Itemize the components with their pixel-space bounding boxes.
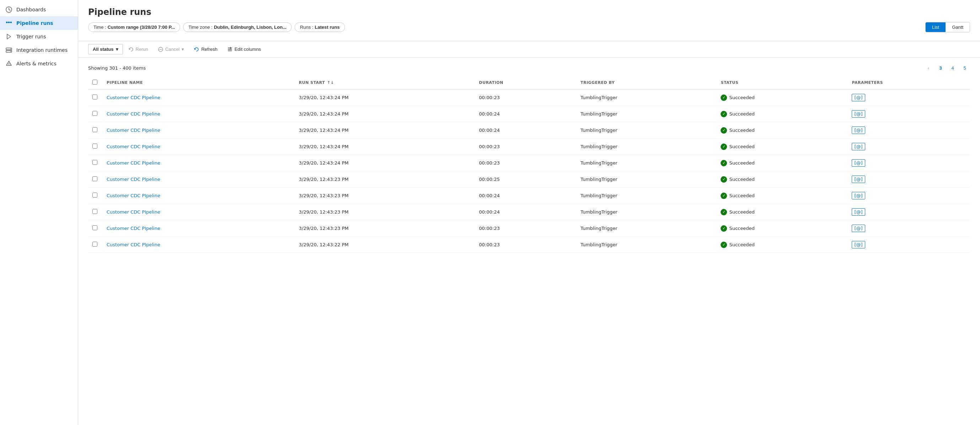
- sort-icon: ↑↓: [327, 80, 334, 85]
- th-status: STATUS: [716, 76, 848, 89]
- sidebar-item-label: Trigger runs: [16, 34, 46, 40]
- row-checkbox-cell: [88, 171, 102, 188]
- pipeline-link-7[interactable]: Customer CDC PIpeline: [107, 209, 160, 215]
- row-parameters: [@]: [848, 220, 970, 237]
- row-checkbox-9[interactable]: [92, 242, 97, 247]
- page-header: Pipeline runs Time : Custom range (3/28/…: [78, 0, 980, 41]
- row-duration: 00:00:24: [475, 188, 576, 204]
- sidebar-item-pipeline-runs[interactable]: Pipeline runs: [0, 16, 78, 30]
- row-checkbox-cell: [88, 106, 102, 122]
- row-checkbox-4[interactable]: [92, 160, 97, 165]
- edit-columns-button[interactable]: Edit columns: [223, 45, 265, 54]
- time-filter-pill[interactable]: Time : Custom range (3/28/20 7:00 P...: [88, 22, 180, 32]
- row-parameters: [@]: [848, 155, 970, 171]
- row-status: Succeeded: [716, 138, 848, 155]
- row-run-start: 3/29/20, 12:43:23 PM: [294, 188, 475, 204]
- params-icon-2[interactable]: [@]: [852, 126, 865, 134]
- sidebar-item-dashboards[interactable]: Dashboards: [0, 3, 78, 16]
- status-dropdown[interactable]: All status ▾: [88, 44, 123, 54]
- table-row: Customer CDC PIpeline 3/29/20, 12:43:22 …: [88, 237, 970, 253]
- page-4-button[interactable]: 4: [947, 62, 958, 73]
- params-icon-4[interactable]: [@]: [852, 159, 865, 167]
- row-duration: 00:00:23: [475, 89, 576, 106]
- page-3-button[interactable]: 3: [935, 62, 946, 73]
- th-pipeline-name: PIPELINE NAME: [102, 76, 294, 89]
- row-duration: 00:00:24: [475, 106, 576, 122]
- row-triggered-by: TumblingTrigger: [576, 106, 717, 122]
- pipeline-link-0[interactable]: Customer CDC PIpeline: [107, 95, 160, 100]
- sidebar-item-alerts-metrics[interactable]: Alerts & metrics: [0, 57, 78, 70]
- row-parameters: [@]: [848, 204, 970, 220]
- pipeline-link-9[interactable]: Customer CDC PIpeline: [107, 242, 160, 247]
- th-run-start[interactable]: RUN START ↑↓: [294, 76, 475, 89]
- row-run-start: 3/29/20, 12:43:23 PM: [294, 220, 475, 237]
- row-duration: 00:00:23: [475, 138, 576, 155]
- row-checkbox-8[interactable]: [92, 225, 97, 230]
- succeeded-check-icon: [721, 242, 727, 248]
- status-text: Succeeded: [729, 144, 754, 149]
- runs-filter-pill[interactable]: Runs : Latest runs: [294, 22, 345, 32]
- svg-point-12: [8, 65, 9, 65]
- row-parameters: [@]: [848, 171, 970, 188]
- row-duration: 00:00:25: [475, 171, 576, 188]
- edit-columns-icon: [228, 47, 232, 52]
- page-5-button[interactable]: 5: [959, 62, 970, 73]
- table-header-row: PIPELINE NAME RUN START ↑↓ DURATION TRIG…: [88, 76, 970, 89]
- params-icon-5[interactable]: [@]: [852, 175, 865, 183]
- svg-point-9: [10, 49, 11, 49]
- row-pipeline-name: Customer CDC PIpeline: [102, 204, 294, 220]
- succeeded-check-icon: [721, 143, 727, 150]
- pipeline-link-3[interactable]: Customer CDC PIpeline: [107, 144, 160, 149]
- pipeline-link-8[interactable]: Customer CDC PIpeline: [107, 226, 160, 231]
- prev-page-button[interactable]: ‹: [923, 62, 934, 73]
- row-checkbox-5[interactable]: [92, 176, 97, 181]
- status-text: Succeeded: [729, 193, 754, 198]
- params-icon-7[interactable]: [@]: [852, 208, 865, 216]
- row-parameters: [@]: [848, 237, 970, 253]
- row-checkbox-7[interactable]: [92, 209, 97, 214]
- params-icon-9[interactable]: [@]: [852, 241, 865, 248]
- table-meta: Showing 301 - 400 items ‹ 3 4 5: [88, 57, 970, 76]
- row-status: Succeeded: [716, 188, 848, 204]
- sidebar: Dashboards Pipeline runs Trigger runs: [0, 0, 78, 425]
- filter-bar: Time : Custom range (3/28/20 7:00 P... T…: [88, 22, 970, 32]
- row-duration: 00:00:23: [475, 155, 576, 171]
- pipeline-link-1[interactable]: Customer CDC PIpeline: [107, 111, 160, 116]
- row-checkbox-2[interactable]: [92, 127, 97, 132]
- row-checkbox-6[interactable]: [92, 193, 97, 197]
- pipeline-link-4[interactable]: Customer CDC PIpeline: [107, 160, 160, 166]
- succeeded-check-icon: [721, 193, 727, 199]
- row-checkbox-3[interactable]: [92, 143, 97, 148]
- rerun-button[interactable]: Rerun: [124, 45, 153, 54]
- list-view-button[interactable]: List: [926, 22, 945, 32]
- toolbar: All status ▾ Rerun Cancel ▾: [78, 41, 980, 57]
- params-icon-3[interactable]: [@]: [852, 143, 865, 150]
- pagination: ‹ 3 4 5: [923, 62, 970, 73]
- sidebar-item-integration-runtimes[interactable]: Integration runtimes: [0, 43, 78, 57]
- succeeded-check-icon: [721, 209, 727, 215]
- select-all-checkbox[interactable]: [92, 80, 97, 84]
- pipeline-link-5[interactable]: Customer CDC PIpeline: [107, 177, 160, 182]
- timezone-filter-pill[interactable]: Time zone : Dublin, Edinburgh, Lisbon, L…: [183, 22, 292, 32]
- refresh-icon: [194, 47, 199, 52]
- pipeline-link-6[interactable]: Customer CDC PIpeline: [107, 193, 160, 198]
- row-parameters: [@]: [848, 122, 970, 138]
- runs-filter-value: Latest runs: [315, 24, 340, 30]
- row-run-start: 3/29/20, 12:43:24 PM: [294, 89, 475, 106]
- cancel-button[interactable]: Cancel ▾: [154, 45, 188, 54]
- params-icon-8[interactable]: [@]: [852, 224, 865, 232]
- params-icon-1[interactable]: [@]: [852, 110, 865, 118]
- status-text: Succeeded: [729, 242, 754, 247]
- params-icon-6[interactable]: [@]: [852, 192, 865, 199]
- table-row: Customer CDC PIpeline 3/29/20, 12:43:24 …: [88, 106, 970, 122]
- row-checkbox-1[interactable]: [92, 111, 97, 116]
- sidebar-item-trigger-runs[interactable]: Trigger runs: [0, 30, 78, 43]
- row-status: Succeeded: [716, 204, 848, 220]
- pipeline-link-2[interactable]: Customer CDC PIpeline: [107, 127, 160, 133]
- gantt-view-button[interactable]: Gantt: [945, 22, 970, 32]
- refresh-button[interactable]: Refresh: [190, 45, 222, 54]
- status-text: Succeeded: [729, 111, 754, 116]
- timezone-filter-label: Time zone :: [188, 24, 212, 30]
- row-checkbox-0[interactable]: [92, 94, 97, 100]
- params-icon-0[interactable]: [@]: [852, 94, 865, 101]
